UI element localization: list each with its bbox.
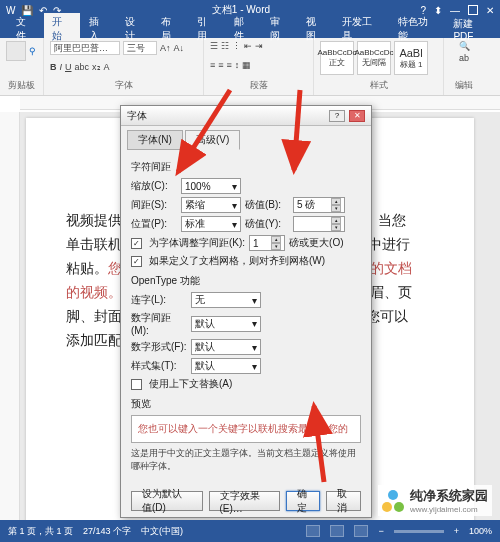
ligature-label: 连字(L): bbox=[131, 293, 187, 307]
watermark-logo-icon bbox=[382, 490, 404, 512]
kerning-label: 为字体调整字间距(K): bbox=[149, 236, 245, 250]
grow-font-icon[interactable]: A↑ bbox=[160, 43, 171, 53]
numspacing-select[interactable]: 默认▾ bbox=[191, 316, 261, 332]
styleset-label: 样式集(T): bbox=[131, 359, 187, 373]
preview-note: 这是用于中文的正文主题字体。当前文档主题定义将使用哪种字体。 bbox=[131, 447, 361, 473]
style-nospacing[interactable]: AaBbCcDc无间隔 bbox=[357, 41, 391, 75]
context-checkbox[interactable] bbox=[131, 379, 142, 390]
subscript-button[interactable]: x₂ bbox=[92, 62, 101, 72]
numbering-icon[interactable]: ☷ bbox=[221, 41, 229, 51]
replace-icon[interactable]: ab bbox=[459, 53, 469, 63]
styles-group-label: 样式 bbox=[320, 79, 437, 92]
styleset-select[interactable]: 默认▾ bbox=[191, 358, 261, 374]
spacing-section-title: 字符间距 bbox=[131, 160, 361, 174]
view-web-layout-icon[interactable] bbox=[354, 525, 368, 537]
dialog-help-button[interactable]: ? bbox=[329, 110, 345, 122]
maximize-icon[interactable] bbox=[468, 5, 478, 15]
watermark-text: 纯净系统家园 bbox=[410, 487, 488, 505]
underline-button[interactable]: U bbox=[65, 62, 72, 72]
dialog-tab-advanced[interactable]: 高级(V) bbox=[185, 130, 240, 150]
clipboard-group-label: 剪贴板 bbox=[6, 79, 37, 92]
bold-button[interactable]: B bbox=[50, 62, 57, 72]
zoom-in-icon[interactable]: + bbox=[454, 526, 459, 536]
shrink-font-icon[interactable]: A↓ bbox=[174, 43, 185, 53]
view-print-layout-icon[interactable] bbox=[306, 525, 320, 537]
dialog-tabs: 字体(N) 高级(V) bbox=[121, 126, 371, 150]
line-spacing-icon[interactable]: ↕ bbox=[235, 60, 240, 70]
status-language[interactable]: 中文(中国) bbox=[141, 525, 183, 538]
cancel-button[interactable]: 取消 bbox=[326, 491, 361, 511]
scale-select[interactable]: 100%▾ bbox=[181, 178, 241, 194]
style-normal[interactable]: AaBbCcDc正文 bbox=[320, 41, 354, 75]
kerning-unit: 磅或更大(O) bbox=[289, 236, 343, 250]
dialog-close-button[interactable]: ✕ bbox=[349, 110, 365, 122]
preview-section-title: 预览 bbox=[131, 397, 361, 411]
zoom-out-icon[interactable]: − bbox=[378, 526, 383, 536]
position-label: 位置(P): bbox=[131, 217, 177, 231]
dialog-title: 字体 bbox=[127, 109, 147, 123]
watermark-url: www.yijdaimei.com bbox=[410, 505, 488, 514]
status-words[interactable]: 27/143 个字 bbox=[83, 525, 131, 538]
spacing-by-label: 磅值(B): bbox=[245, 198, 289, 212]
strike-button[interactable]: abc bbox=[75, 62, 90, 72]
position-by-input[interactable]: ▴▾ bbox=[293, 216, 345, 232]
paste-icon[interactable] bbox=[6, 41, 26, 61]
font-dialog: 字体 ? ✕ 字体(N) 高级(V) 字符间距 缩放(C): 100%▾ 间距(… bbox=[120, 105, 372, 518]
shading-icon[interactable]: ▦ bbox=[242, 60, 251, 70]
zoom-level[interactable]: 100% bbox=[469, 526, 492, 536]
status-page[interactable]: 第 1 页，共 1 页 bbox=[8, 525, 73, 538]
bullets-icon[interactable]: ☰ bbox=[210, 41, 218, 51]
align-right-icon[interactable]: ≡ bbox=[227, 60, 232, 70]
vertical-ruler[interactable] bbox=[0, 112, 20, 520]
spacing-by-input[interactable]: 5 磅▴▾ bbox=[293, 197, 345, 213]
ribbon-tabs: 文件 开始 插入 设计 布局 引用 邮件 审阅 视图 开发工具 特色功能 新建P… bbox=[0, 20, 500, 38]
indent-inc-icon[interactable]: ⇥ bbox=[255, 41, 263, 51]
view-read-mode-icon[interactable] bbox=[330, 525, 344, 537]
dialog-titlebar[interactable]: 字体 ? ✕ bbox=[121, 106, 371, 126]
style-heading1[interactable]: AaBl标题 1 bbox=[394, 41, 428, 75]
font-name-select[interactable]: 阿里巴巴普… bbox=[50, 41, 120, 55]
text-effects-button[interactable]: 文字效果(E)… bbox=[209, 491, 280, 511]
spacing-select[interactable]: 紧缩▾ bbox=[181, 197, 241, 213]
set-default-button[interactable]: 设为默认值(D) bbox=[131, 491, 203, 511]
align-center-icon[interactable]: ≡ bbox=[218, 60, 223, 70]
preview-box: 您也可以键入一个关键字以联机搜索最适合您的 bbox=[131, 415, 361, 443]
bluetooth-icon[interactable]: ⚲ bbox=[29, 46, 36, 56]
find-icon[interactable]: 🔍 bbox=[459, 41, 470, 51]
highlight-button[interactable]: A bbox=[104, 62, 110, 72]
align-left-icon[interactable]: ≡ bbox=[210, 60, 215, 70]
position-by-label: 磅值(Y): bbox=[245, 217, 289, 231]
numform-select[interactable]: 默认▾ bbox=[191, 339, 261, 355]
zoom-slider[interactable] bbox=[394, 530, 444, 533]
italic-button[interactable]: I bbox=[60, 62, 63, 72]
ligature-select[interactable]: 无▾ bbox=[191, 292, 261, 308]
font-group-label: 字体 bbox=[50, 79, 197, 92]
kerning-checkbox[interactable]: ✓ bbox=[131, 238, 142, 249]
ok-button[interactable]: 确定 bbox=[286, 491, 321, 511]
font-size-select[interactable]: 三号 bbox=[123, 41, 157, 55]
kerning-input[interactable]: 1▴▾ bbox=[249, 235, 285, 251]
spacing-label: 间距(S): bbox=[131, 198, 177, 212]
ribbon: ⚲ 剪贴板 阿里巴巴普… 三号 A↑ A↓ B I U abc x₂ A 字体 … bbox=[0, 38, 500, 96]
grid-align-checkbox[interactable]: ✓ bbox=[131, 256, 142, 267]
watermark: 纯净系统家园 www.yijdaimei.com bbox=[378, 485, 492, 516]
status-bar: 第 1 页，共 1 页 27/143 个字 中文(中国) − + 100% bbox=[0, 520, 500, 542]
grid-align-label: 如果定义了文档网格，则对齐到网格(W) bbox=[149, 254, 325, 268]
dialog-tab-font[interactable]: 字体(N) bbox=[127, 130, 183, 150]
paragraph-group-label: 段落 bbox=[210, 79, 307, 92]
position-select[interactable]: 标准▾ bbox=[181, 216, 241, 232]
multilevel-icon[interactable]: ⋮ bbox=[232, 41, 241, 51]
editing-group-label: 编辑 bbox=[450, 79, 478, 92]
numform-label: 数字形式(F): bbox=[131, 340, 187, 354]
opentype-section-title: OpenType 功能 bbox=[131, 274, 361, 288]
numspacing-label: 数字间距(M): bbox=[131, 311, 187, 336]
scale-label: 缩放(C): bbox=[131, 179, 177, 193]
context-label: 使用上下文替换(A) bbox=[149, 377, 232, 391]
indent-dec-icon[interactable]: ⇤ bbox=[244, 41, 252, 51]
